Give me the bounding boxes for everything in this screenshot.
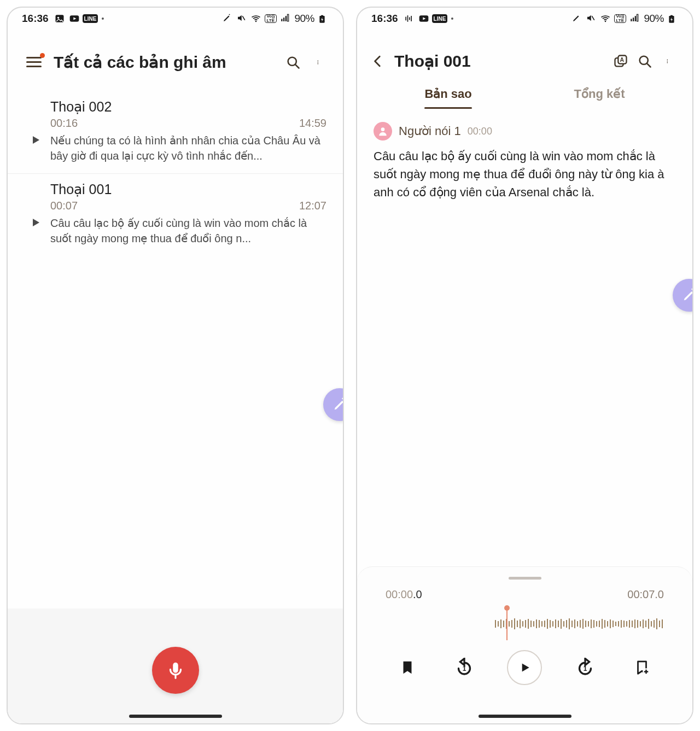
recording-item[interactable]: Thoại 002 00:16 14:59 Nếu chúng ta có là… bbox=[8, 91, 343, 174]
battery-charging-icon bbox=[667, 13, 678, 24]
header-left: Tất cả các bản ghi âm bbox=[8, 30, 343, 76]
svg-rect-18 bbox=[405, 17, 406, 21]
mute-icon bbox=[236, 13, 247, 24]
more-notif-dot: • bbox=[451, 14, 453, 23]
levels-icon bbox=[404, 13, 415, 24]
svg-point-36 bbox=[667, 59, 668, 60]
battery-charging-icon bbox=[318, 13, 329, 24]
recording-title: Thoại 001 bbox=[394, 51, 605, 71]
recording-title: Thoại 002 bbox=[50, 99, 326, 115]
svg-point-38 bbox=[667, 62, 668, 63]
signal-icon bbox=[629, 13, 640, 24]
translate-button[interactable]: A bbox=[612, 53, 629, 69]
home-indicator[interactable] bbox=[129, 715, 222, 718]
recording-time: 14:59 bbox=[299, 117, 326, 130]
tab-summary[interactable]: Tổng kết bbox=[568, 83, 632, 109]
add-bookmark-button[interactable] bbox=[628, 654, 656, 681]
svg-point-13 bbox=[318, 60, 319, 61]
svg-text:1: 1 bbox=[584, 665, 587, 672]
status-bar: 16:36 LINE • Vo)) bbox=[8, 8, 343, 30]
wifi-icon bbox=[600, 13, 611, 24]
recording-preview: Nếu chúng ta có là hình ảnh nhân chia củ… bbox=[50, 133, 326, 163]
panel-handle[interactable] bbox=[509, 577, 541, 580]
menu-button[interactable] bbox=[26, 56, 44, 68]
signal-icon bbox=[280, 13, 291, 24]
youtube-icon bbox=[418, 13, 429, 24]
phone-left: 16:36 LINE • Vo)) bbox=[7, 7, 344, 724]
battery-percent: 90% bbox=[644, 13, 664, 25]
speaker-avatar-icon bbox=[374, 122, 392, 141]
home-indicator[interactable] bbox=[479, 715, 571, 718]
svg-rect-25 bbox=[631, 19, 632, 22]
recording-time: 12:07 bbox=[299, 200, 326, 212]
svg-line-12 bbox=[295, 65, 299, 68]
search-button[interactable] bbox=[285, 54, 301, 71]
player-controls: 1 1 bbox=[370, 650, 679, 685]
back-button[interactable] bbox=[369, 52, 387, 70]
recording-duration: 00:07 bbox=[50, 200, 78, 212]
recordings-list-area: Thoại 002 00:16 14:59 Nếu chúng ta có là… bbox=[8, 76, 343, 723]
svg-point-39 bbox=[381, 127, 385, 131]
status-bar: 16:36 LINE • Vo)) bbox=[357, 8, 692, 30]
page-title: Tất cả các bản ghi âm bbox=[54, 52, 275, 72]
tab-transcript[interactable]: Bản sao bbox=[418, 83, 478, 109]
mute-icon bbox=[586, 13, 597, 24]
svg-rect-6 bbox=[283, 17, 284, 21]
svg-rect-20 bbox=[409, 17, 410, 20]
svg-point-4 bbox=[255, 21, 256, 22]
more-button[interactable] bbox=[311, 54, 328, 71]
rewind-button[interactable]: 1 bbox=[451, 654, 478, 681]
svg-rect-7 bbox=[285, 16, 287, 21]
edit-fab[interactable] bbox=[323, 388, 344, 421]
svg-point-37 bbox=[667, 61, 668, 62]
tabs: Bản sao Tổng kết bbox=[357, 75, 692, 109]
svg-rect-26 bbox=[633, 17, 634, 21]
svg-rect-28 bbox=[637, 14, 638, 21]
play-icon[interactable] bbox=[21, 99, 50, 163]
status-time: 16:36 bbox=[22, 13, 49, 25]
forward-button[interactable]: 1 bbox=[571, 654, 599, 681]
play-icon[interactable] bbox=[21, 182, 50, 246]
recording-duration: 00:16 bbox=[50, 117, 78, 130]
svg-rect-21 bbox=[411, 16, 412, 21]
recording-item[interactable]: Thoại 001 00:07 12:07 Câu câu lạc bộ ấy … bbox=[8, 174, 343, 256]
transcript-area: Người nói 1 00:00 Câu câu lạc bộ ấy cuối… bbox=[357, 109, 692, 207]
line-icon: LINE bbox=[432, 14, 448, 23]
play-button[interactable] bbox=[507, 650, 542, 685]
speaker-name: Người nói 1 bbox=[399, 124, 461, 138]
volte-icon: Vo))LTE bbox=[265, 14, 277, 23]
transcript-text[interactable]: Câu câu lạc bộ ấy cuối cùng là win vào m… bbox=[374, 147, 676, 201]
record-button[interactable] bbox=[152, 647, 199, 694]
status-time: 16:36 bbox=[371, 13, 398, 25]
svg-point-1 bbox=[57, 17, 59, 19]
pen-icon bbox=[222, 13, 233, 24]
edit-fab[interactable] bbox=[673, 279, 693, 312]
player-total-time: 00:07.0 bbox=[627, 588, 664, 601]
wifi-icon bbox=[250, 13, 261, 24]
youtube-icon bbox=[68, 13, 79, 24]
more-button[interactable] bbox=[661, 53, 677, 69]
recording-title: Thoại 001 bbox=[50, 182, 326, 197]
recordings-list: Thoại 002 00:16 14:59 Nếu chúng ta có là… bbox=[8, 76, 343, 256]
svg-point-14 bbox=[318, 62, 319, 63]
svg-text:A: A bbox=[620, 56, 625, 63]
bookmark-button[interactable] bbox=[394, 654, 421, 681]
svg-line-35 bbox=[647, 63, 650, 67]
speaker-time: 00:00 bbox=[468, 126, 492, 137]
phone-right: 16:36 LINE • Vo)) bbox=[356, 7, 693, 724]
line-icon: LINE bbox=[83, 14, 98, 23]
volte-icon: Vo))LTE bbox=[614, 14, 627, 23]
svg-rect-10 bbox=[321, 15, 323, 16]
search-button[interactable] bbox=[637, 53, 653, 69]
player-current-time: 00:00.0 bbox=[386, 588, 422, 601]
battery-percent: 90% bbox=[294, 13, 314, 25]
svg-point-15 bbox=[318, 63, 319, 64]
right-mid-area bbox=[357, 207, 692, 566]
svg-line-23 bbox=[592, 16, 594, 20]
svg-rect-16 bbox=[173, 663, 178, 673]
svg-rect-19 bbox=[407, 15, 408, 22]
playhead[interactable] bbox=[506, 607, 508, 640]
svg-rect-8 bbox=[288, 14, 289, 21]
svg-point-24 bbox=[604, 21, 606, 22]
waveform[interactable] bbox=[370, 607, 679, 640]
